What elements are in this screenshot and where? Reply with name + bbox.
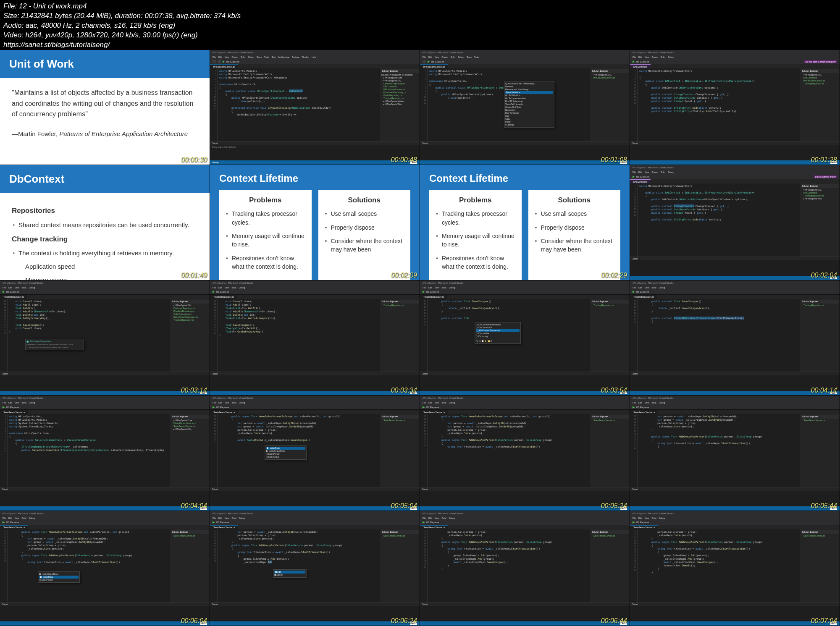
media-info-header: File: 12 - Unit of work.mp4 Size: 214328… [0,0,840,50]
thumb-19[interactable]: HPlusSports - Microsoft Visual Studio Fi… [420,511,630,626]
editor-tab[interactable]: HPlusSportsContext.cs [210,64,238,68]
thumb-11[interactable]: HPlusSports - Microsoft Visual Studio Fi… [420,280,630,396]
solution-explorer[interactable]: Solution Explorer Solution 'HPlusSports'… [380,68,420,141]
thumb-15[interactable]: HPlusSports - Microsoft Visual Studio Fi… [420,396,630,511]
ide-toolbar[interactable]: ▶IIS Express [210,59,420,64]
intellisense-popup[interactable]: ⬡ IDbCommandInterceptor ⬡ IDbConnection … [475,322,521,344]
ide-menubar[interactable]: FileEditViewProjectBuildDebugTeamToolsTe… [210,55,420,59]
context-menu[interactable]: Quick Actions and Refactorings... Rename… [504,81,554,128]
problems-card: Problems Tracking takes processor cycles… [219,190,312,280]
thumb-1[interactable]: Unit of Work "Maintains a list of object… [0,50,210,165]
slide-quote: "Maintains a list of objects affected by… [12,87,198,120]
slide-attribution: —Martin Fowler, Patterns of Enterprise A… [12,129,198,139]
thumb-5[interactable]: DbContext Repositories Shared context me… [0,165,210,280]
thumb-3[interactable]: HPlusSports - Microsoft Visual Studio Fi… [420,50,630,165]
thumb-9[interactable]: HPlusSports - Microsoft Visual Studio Fi… [0,280,210,396]
url-line: https://sanet.st/blogs/tutorialseng/ [3,40,837,50]
thumb-18[interactable]: HPlusSports - Microsoft Visual Studio Fi… [210,511,420,626]
thumb-16[interactable]: HPlusSports - Microsoft Visual Studio Fi… [630,396,840,511]
solutions-card: Solutions Use small scopes Properly disp… [318,190,411,280]
thumb-8[interactable]: HPlusSports - Microsoft Visual Studio Fi… [630,165,840,280]
thumb-10[interactable]: HPlusSports - Microsoft Visual Studio Fi… [210,280,420,396]
thumb-13[interactable]: HPlusSports - Microsoft Visual Studio Fi… [0,396,210,511]
thumb-4[interactable]: HPlusSports - Microsoft Visual Studio Fi… [630,50,840,165]
video-line: Video: h264, yuv420p, 1280x720, 240 kb/s… [3,31,837,40]
code-editor[interactable]: using HPlusSports.Models; using Microsof… [218,68,380,141]
file-line: File: 12 - Unit of work.mp4 [3,2,837,11]
thumb-6[interactable]: Context Lifetime Problems Tracking takes… [210,165,420,280]
timestamp: 00:00:30 [181,156,207,164]
thumb-14[interactable]: HPlusSports - Microsoft Visual Studio Fi… [210,396,420,511]
thumb-17[interactable]: HPlusSports - Microsoft Visual Studio Fi… [0,511,210,626]
ide-title: HPlusSports - Microsoft Visual Studio [212,51,254,54]
thumb-2[interactable]: HPlusSports - Microsoft Visual Studio Fi… [210,50,420,165]
thumb-20[interactable]: HPlusSports - Microsoft Visual Studio Fi… [630,511,840,626]
audio-line: Audio: aac, 48000 Hz, 2 channels, s16, 1… [3,21,837,31]
thumbnail-grid: Unit of Work "Maintains a list of object… [0,50,840,626]
thumb-7[interactable]: Context Lifetime Problems Tracking takes… [420,165,630,280]
size-line: Size: 21432841 bytes (20.44 MiB), durati… [3,11,837,21]
timestamp: 00:00:48 [391,156,417,164]
thumb-12[interactable]: HPlusSports - Microsoft Visual Studio Fi… [630,280,840,396]
slide-title: Unit of Work [0,50,210,78]
